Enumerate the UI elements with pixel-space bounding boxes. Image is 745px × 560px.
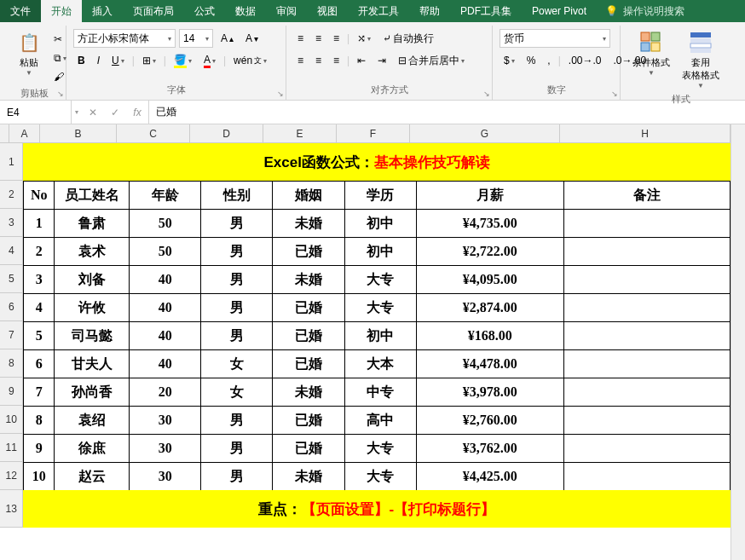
cell-edu[interactable]: 大专 <box>344 266 416 294</box>
cell-mar[interactable]: 已婚 <box>273 238 344 266</box>
indent-decrease-button[interactable]: ⇤ <box>353 52 370 69</box>
format-as-table-button[interactable]: 套用 表格格式 ▼ <box>677 27 725 91</box>
font-size-combo[interactable]: 14▾ <box>179 29 213 48</box>
cell-name[interactable]: 袁绍 <box>55 407 130 435</box>
row-header-4[interactable]: 4 <box>0 237 22 265</box>
align-launcher[interactable]: ↘ <box>483 89 490 98</box>
cell-name[interactable]: 袁术 <box>55 238 130 266</box>
row-header-8[interactable]: 8 <box>0 349 22 378</box>
cell-mar[interactable]: 已婚 <box>273 435 344 463</box>
clipboard-launcher[interactable]: ↘ <box>57 89 64 98</box>
cell-no[interactable]: 4 <box>24 294 55 322</box>
cell-sex[interactable]: 男 <box>201 294 273 322</box>
merge-center-button[interactable]: ⊟ 合并后居中▾ <box>394 51 469 71</box>
tab-review[interactable]: 审阅 <box>266 0 307 22</box>
name-box[interactable]: E4 <box>0 101 72 124</box>
cell-note[interactable] <box>563 350 730 378</box>
tab-data[interactable]: 数据 <box>225 0 266 22</box>
border-button[interactable]: ⊞▾ <box>138 52 160 69</box>
cell-sex[interactable]: 男 <box>201 266 273 294</box>
cell-no[interactable]: 6 <box>24 350 55 378</box>
cell-mar[interactable]: 未婚 <box>273 378 344 407</box>
cell-salary[interactable]: ¥3,978.00 <box>416 378 563 407</box>
align-right-button[interactable]: ≡ <box>329 52 344 69</box>
col-header-E[interactable]: E <box>263 124 337 142</box>
cell-mar[interactable]: 已婚 <box>273 407 344 435</box>
col-header-G[interactable]: G <box>410 124 560 142</box>
row-header-9[interactable]: 9 <box>0 378 22 406</box>
cell-edu[interactable]: 初中 <box>344 322 416 350</box>
cell-salary[interactable]: ¥4,095.00 <box>416 266 563 294</box>
cell-age[interactable]: 30 <box>130 407 201 435</box>
underline-button[interactable]: U▾ <box>107 52 129 69</box>
cell-salary[interactable]: ¥168.00 <box>416 322 563 350</box>
cell-name[interactable]: 鲁肃 <box>55 210 130 238</box>
cell-sex[interactable]: 男 <box>201 238 273 266</box>
fill-color-button[interactable]: 🪣▾ <box>170 51 196 71</box>
cell-sex[interactable]: 男 <box>201 210 273 238</box>
cell-edu[interactable]: 大专 <box>344 294 416 322</box>
cell-mar[interactable]: 未婚 <box>273 266 344 294</box>
paste-button[interactable]: 📋 粘贴 ▼ <box>10 27 48 85</box>
cell-no[interactable]: 5 <box>24 322 55 350</box>
tab-insert[interactable]: 插入 <box>82 0 123 22</box>
cell-note[interactable] <box>563 294 730 322</box>
decrease-font-button[interactable]: A▾ <box>241 30 263 47</box>
currency-button[interactable]: $▾ <box>500 52 519 69</box>
cell-sex[interactable]: 男 <box>201 322 273 350</box>
cell-age[interactable]: 40 <box>130 266 201 294</box>
insert-function-button[interactable]: fx <box>126 101 148 124</box>
cell-salary[interactable]: ¥4,735.00 <box>416 210 563 238</box>
cell-edu[interactable]: 初中 <box>344 238 416 266</box>
cell-salary[interactable]: ¥4,478.00 <box>416 350 563 378</box>
tab-formula[interactable]: 公式 <box>184 0 225 22</box>
cancel-formula-button[interactable]: ✕ <box>82 101 104 124</box>
cell-edu[interactable]: 大专 <box>344 435 416 463</box>
cell-mar[interactable]: 已婚 <box>273 294 344 322</box>
align-bottom-button[interactable]: ≡ <box>329 30 344 47</box>
tab-powerpivot[interactable]: Power Pivot <box>522 0 597 22</box>
cell-note[interactable] <box>563 407 730 435</box>
row-header-6[interactable]: 6 <box>0 293 22 321</box>
cell-age[interactable]: 20 <box>130 378 201 407</box>
align-left-button[interactable]: ≡ <box>293 52 308 69</box>
align-center-button[interactable]: ≡ <box>311 52 326 69</box>
cell-age[interactable]: 30 <box>130 435 201 463</box>
cell-edu[interactable]: 大专 <box>344 463 416 491</box>
cell-name[interactable]: 孙尚香 <box>55 378 130 407</box>
cell-grid[interactable]: Excel函数公式：基本操作技巧解读No员工姓名年龄性别婚姻学历月薪备注1鲁肃5… <box>23 143 731 528</box>
col-header-D[interactable]: D <box>190 124 263 142</box>
tab-start[interactable]: 开始 <box>41 0 82 22</box>
cell-salary[interactable]: ¥2,760.00 <box>416 407 563 435</box>
cell-mar[interactable]: 未婚 <box>273 210 344 238</box>
cell-edu[interactable]: 初中 <box>344 210 416 238</box>
row-header-11[interactable]: 11 <box>0 434 22 462</box>
cell-no[interactable]: 1 <box>24 210 55 238</box>
cell-sex[interactable]: 女 <box>201 378 273 407</box>
cell-name[interactable]: 甘夫人 <box>55 350 130 378</box>
cell-salary[interactable]: ¥2,874.00 <box>416 294 563 322</box>
cell-no[interactable]: 2 <box>24 238 55 266</box>
col-header-B[interactable]: B <box>40 124 117 142</box>
row-header-12[interactable]: 12 <box>0 462 22 490</box>
cell-sex[interactable]: 男 <box>201 407 273 435</box>
number-format-combo[interactable]: 货币▾ <box>500 29 610 48</box>
tab-pdf[interactable]: PDF工具集 <box>450 0 522 22</box>
cell-edu[interactable]: 大本 <box>344 350 416 378</box>
cell-age[interactable]: 40 <box>130 294 201 322</box>
cell-note[interactable] <box>563 266 730 294</box>
cell-note[interactable] <box>563 322 730 350</box>
cell-age[interactable]: 50 <box>130 210 201 238</box>
align-middle-button[interactable]: ≡ <box>311 30 326 47</box>
tab-file[interactable]: 文件 <box>0 0 41 22</box>
row-header-5[interactable]: 5 <box>0 265 22 293</box>
cell-edu[interactable]: 中专 <box>344 378 416 407</box>
cell-name[interactable]: 司马懿 <box>55 322 130 350</box>
tab-help[interactable]: 帮助 <box>409 0 450 22</box>
cell-name[interactable]: 赵云 <box>55 463 130 491</box>
cell-sex[interactable]: 女 <box>201 350 273 378</box>
cell-no[interactable]: 8 <box>24 407 55 435</box>
col-header-H[interactable]: H <box>560 124 731 142</box>
cell-mar[interactable]: 已婚 <box>273 350 344 378</box>
row-header-10[interactable]: 10 <box>0 406 22 434</box>
